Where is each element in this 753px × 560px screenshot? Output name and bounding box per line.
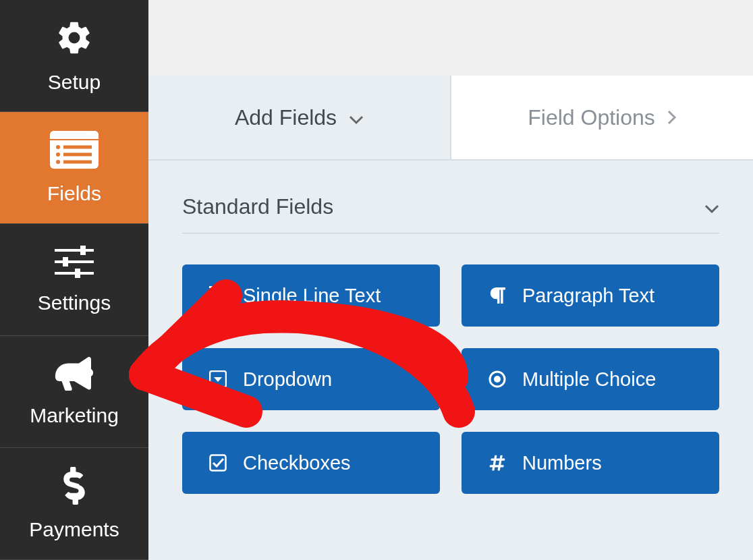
chevron-down-icon: [349, 105, 364, 130]
dollar-icon: [63, 467, 86, 507]
list-form-icon: [50, 131, 99, 171]
svg-rect-11: [55, 260, 94, 263]
sidebar-item-label: Marketing: [30, 404, 119, 427]
field-dropdown[interactable]: Dropdown: [182, 348, 440, 410]
tabs: Add Fields Field Options: [148, 76, 753, 161]
caret-square-down-icon: [208, 370, 228, 388]
svg-rect-17: [217, 286, 219, 301]
gear-icon: [55, 18, 94, 60]
main-area: Add Fields Field Options Standard Fields: [148, 0, 753, 560]
field-numbers[interactable]: Numbers: [462, 432, 719, 494]
sidebar-item-marketing[interactable]: Marketing: [0, 336, 148, 448]
field-label: Numbers: [522, 452, 602, 474]
svg-rect-18: [209, 302, 227, 304]
svg-rect-1: [50, 131, 99, 140]
sidebar-item-settings[interactable]: Settings: [0, 224, 148, 336]
bullhorn-icon: [55, 357, 94, 393]
svg-point-7: [56, 160, 60, 164]
sidebar-item-payments[interactable]: Payments: [0, 448, 148, 560]
chevron-down-icon: [704, 194, 719, 219]
svg-rect-13: [55, 272, 94, 275]
svg-point-5: [56, 152, 60, 157]
sidebar-item-fields[interactable]: Fields: [0, 112, 148, 224]
sidebar-item-label: Fields: [47, 182, 101, 205]
sliders-icon: [55, 246, 94, 281]
svg-rect-2: [50, 139, 99, 140]
svg-rect-23: [211, 455, 226, 471]
svg-point-22: [494, 376, 501, 383]
sidebar-item-label: Payments: [29, 518, 119, 541]
field-label: Single Line Text: [243, 285, 381, 307]
svg-rect-9: [55, 249, 94, 252]
text-cursor-icon: [208, 286, 228, 305]
fields-panel: Standard Fields Single Line Text Paragra…: [148, 161, 753, 560]
field-paragraph-text[interactable]: Paragraph Text: [462, 264, 719, 327]
tab-add-fields[interactable]: Add Fields: [148, 76, 450, 159]
paragraph-icon: [487, 286, 507, 305]
svg-marker-20: [214, 377, 222, 382]
field-label: Multiple Choice: [522, 368, 656, 391]
field-grid: Single Line Text Paragraph Text Dropdown…: [182, 264, 719, 494]
sidebar-item-label: Settings: [38, 291, 111, 314]
svg-point-3: [56, 145, 60, 149]
field-checkboxes[interactable]: Checkboxes: [182, 432, 440, 494]
field-multiple-choice[interactable]: Multiple Choice: [462, 348, 719, 410]
top-bar-spacer: [148, 0, 753, 76]
chevron-right-icon: [667, 105, 677, 130]
tab-label: Field Options: [528, 105, 655, 130]
sidebar-item-label: Setup: [48, 71, 101, 94]
sidebar-item-setup[interactable]: Setup: [0, 0, 148, 112]
section-standard-fields[interactable]: Standard Fields: [182, 194, 719, 233]
field-label: Checkboxes: [243, 452, 351, 474]
radio-dot-icon: [487, 370, 507, 388]
svg-rect-14: [75, 269, 80, 278]
svg-rect-10: [80, 246, 86, 255]
tab-label: Add Fields: [235, 105, 337, 130]
field-label: Dropdown: [243, 368, 332, 391]
check-square-icon: [208, 454, 228, 472]
svg-rect-6: [63, 152, 92, 156]
hash-icon: [487, 454, 507, 472]
sidebar: Setup Fields Settings Marketing Payments: [0, 0, 148, 560]
field-single-line-text[interactable]: Single Line Text: [182, 264, 440, 327]
section-title: Standard Fields: [182, 194, 333, 219]
svg-rect-16: [220, 286, 227, 288]
svg-rect-8: [63, 160, 92, 163]
svg-rect-15: [209, 286, 216, 288]
svg-rect-4: [63, 145, 92, 148]
tab-field-options[interactable]: Field Options: [450, 76, 753, 159]
svg-rect-12: [63, 257, 68, 267]
field-label: Paragraph Text: [522, 285, 654, 307]
